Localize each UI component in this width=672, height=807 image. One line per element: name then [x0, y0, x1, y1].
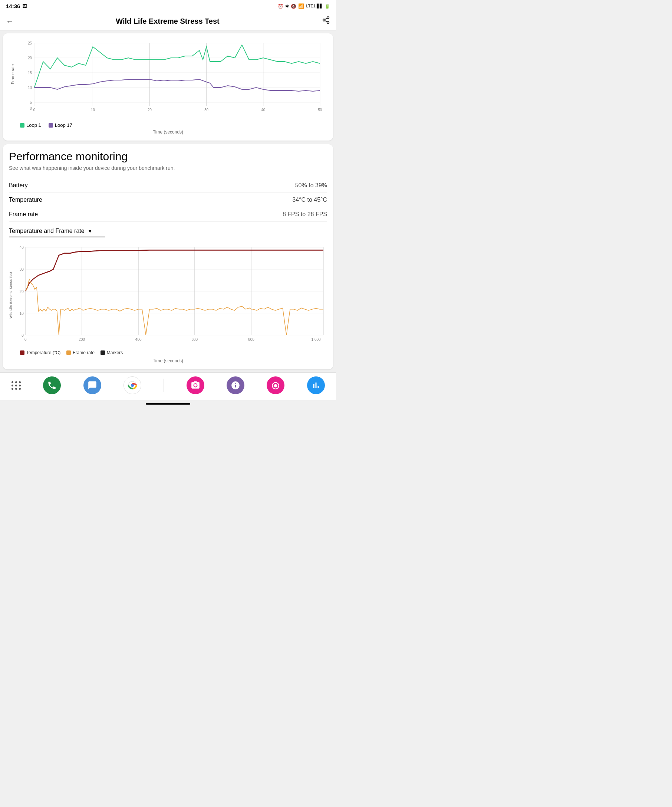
perf-subtitle: See what was happening inside your devic… [9, 165, 327, 171]
framerate-row: Frame rate 8 FPS to 28 FPS [9, 207, 327, 222]
framerate-legend-label: Frame rate [73, 350, 95, 355]
loop17-color [48, 123, 53, 128]
svg-point-0 [327, 17, 329, 19]
temperature-label: Temperature [9, 196, 42, 203]
dropdown-arrow-icon: ▼ [88, 228, 93, 234]
svg-text:10: 10 [91, 108, 95, 112]
svg-text:40: 40 [261, 108, 265, 112]
phone-app-icon[interactable] [43, 377, 61, 394]
legend-loop1: Loop 1 [20, 122, 41, 128]
nav-divider [164, 379, 164, 392]
svg-text:50: 50 [318, 108, 322, 112]
svg-text:Wild Life Extreme Stress Test: Wild Life Extreme Stress Test [9, 271, 13, 319]
svg-text:600: 600 [192, 337, 198, 341]
svg-text:20: 20 [20, 289, 24, 293]
big-chart-x-label: Time (seconds) [9, 358, 327, 364]
svg-text:30: 30 [20, 267, 24, 271]
markers-color-swatch [101, 350, 105, 355]
temperature-value: 34°C to 45°C [292, 196, 327, 203]
loop1-label: Loop 1 [27, 122, 41, 128]
legend-markers: Markers [101, 350, 123, 355]
top-bar: ← Wild Life Extreme Stress Test [0, 12, 336, 30]
svg-text:0: 0 [30, 106, 32, 111]
status-bar: 14:36 🖼 ⏰ ✱ 🔇 📶 LTE1 ▋▋ 🔋 [0, 0, 336, 12]
svg-text:40: 40 [20, 246, 24, 249]
bluetooth-icon: ✱ [285, 4, 289, 9]
battery-value: 50% to 39% [295, 182, 327, 189]
camera-app-icon[interactable] [187, 377, 204, 394]
frame-rate-svg: 25 20 15 10 5 0 0 10 20 30 40 50 [9, 39, 327, 121]
frame-rate-x-label: Time (seconds) [9, 130, 327, 134]
chat-app-icon[interactable] [83, 377, 101, 394]
time: 14:36 [6, 3, 20, 9]
framerate-label: Frame rate [9, 211, 38, 218]
svg-point-2 [327, 22, 329, 23]
svg-text:15: 15 [28, 71, 32, 75]
framerate-value: 8 FPS to 28 FPS [283, 211, 327, 218]
svg-text:200: 200 [79, 337, 85, 341]
svg-text:10: 10 [28, 86, 32, 90]
svg-text:10: 10 [20, 311, 24, 315]
svg-text:25: 25 [28, 41, 32, 45]
share-button[interactable] [322, 16, 330, 27]
page-title: Wild Life Extreme Stress Test [19, 17, 316, 26]
legend-temperature: Temperature (°C) [20, 350, 60, 355]
legend-framerate: Frame rate [66, 350, 95, 355]
svg-text:0: 0 [22, 334, 24, 337]
svg-text:400: 400 [135, 337, 142, 341]
performance-monitoring-card: Performance monitoring See what was happ… [3, 144, 333, 369]
svg-point-1 [323, 19, 325, 21]
grid-menu-button[interactable] [11, 381, 21, 390]
battery-icon: 🔋 [325, 4, 330, 9]
alarm-icon: ⏰ [278, 4, 283, 9]
battery-row: Battery 50% to 39% [9, 178, 327, 193]
barchart-app-icon[interactable] [307, 377, 325, 394]
chrome-app-icon[interactable] [123, 377, 141, 394]
framerate-color-swatch [66, 350, 71, 355]
signal-icon: LTE1 ▋▋ [306, 4, 323, 8]
svg-line-3 [325, 20, 327, 22]
wifi-icon: 📶 [298, 3, 304, 9]
big-chart-area: 40 30 20 10 0 0 200 400 600 800 1 000 Wi… [9, 243, 327, 347]
perf-title: Performance monitoring [9, 150, 327, 163]
status-right: ⏰ ✱ 🔇 📶 LTE1 ▋▋ 🔋 [278, 3, 330, 9]
bottom-nav [0, 372, 336, 400]
svg-text:30: 30 [204, 108, 208, 112]
battery-label: Battery [9, 182, 28, 189]
markers-legend-label: Markers [107, 350, 123, 355]
status-left: 14:36 🖼 [6, 3, 27, 9]
svg-line-4 [325, 18, 327, 20]
frame-rate-y-label: Frame rate [10, 64, 15, 84]
dropdown-label: Temperature and Frame rate [9, 228, 85, 234]
svg-text:20: 20 [148, 108, 152, 112]
viber-app-icon[interactable] [227, 377, 244, 394]
big-chart-svg: 40 30 20 10 0 0 200 400 600 800 1 000 Wi… [9, 243, 327, 347]
frame-rate-chart-card: Frame rate 25 20 15 10 5 0 0 10 20 [3, 33, 333, 141]
flower-app-icon[interactable] [267, 377, 284, 394]
temperature-row: Temperature 34°C to 45°C [9, 193, 327, 207]
svg-text:0: 0 [25, 337, 27, 341]
svg-text:5: 5 [30, 101, 32, 105]
svg-text:1 000: 1 000 [312, 337, 321, 341]
mute-icon: 🔇 [291, 4, 296, 9]
loop17-label: Loop 17 [55, 122, 72, 128]
temperature-legend-label: Temperature (°C) [27, 350, 60, 355]
gallery-icon: 🖼 [22, 3, 27, 9]
svg-text:0: 0 [33, 108, 36, 112]
big-chart-legend: Temperature (°C) Frame rate Markers [9, 350, 327, 355]
frame-rate-chart-area: Frame rate 25 20 15 10 5 0 0 10 20 [9, 39, 327, 121]
svg-text:20: 20 [28, 56, 32, 60]
temperature-color-swatch [20, 350, 25, 355]
back-button[interactable]: ← [6, 17, 13, 26]
legend-loop17: Loop 17 [48, 122, 72, 128]
chart-legend: Loop 1 Loop 17 [9, 122, 327, 128]
loop1-color [20, 123, 25, 128]
svg-text:800: 800 [248, 337, 254, 341]
chart-type-dropdown[interactable]: Temperature and Frame rate ▼ [9, 228, 105, 237]
home-indicator [146, 403, 190, 405]
